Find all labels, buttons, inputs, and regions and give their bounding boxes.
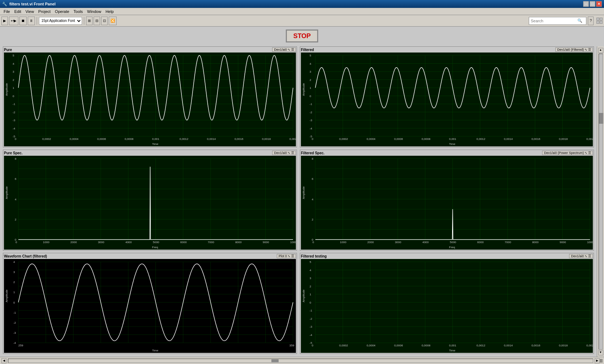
- chart-filtered-canvas: [301, 53, 593, 146]
- align-button[interactable]: ⊞: [86, 17, 93, 25]
- scroll-thumb[interactable]: [599, 113, 603, 124]
- chart-pure-canvas: [4, 53, 296, 146]
- menu-item-file[interactable]: File: [1, 9, 12, 14]
- window-title: filters test.vi Front Panel: [9, 2, 55, 6]
- status-bar: ◀ ▶ |||: [0, 357, 604, 364]
- menu-item-project[interactable]: Project: [36, 9, 53, 14]
- chart-waveform: Waveform Chart (filtered) Plot 0 ∿ ☰: [3, 253, 297, 354]
- chart-filtered-testing-canvas: [301, 259, 593, 353]
- chart-filtered: Filtered Dev1/ai0 (Filtered) ∿ ☰: [300, 46, 594, 147]
- chart-pure-spec-title: Pure Spec.: [4, 151, 23, 155]
- chart-pure-badge: Dev1/ai0 ∿ ☰: [272, 47, 296, 52]
- scroll-down-btn[interactable]: ▼: [598, 350, 603, 355]
- chart-filtered-title: Filtered: [301, 48, 314, 52]
- pause-button[interactable]: ⏸: [28, 17, 35, 25]
- chart-pure-spec: Pure Spec. Dev1/ai0 ∿ ☰: [3, 150, 297, 251]
- chart-filtered-spec-badge: Dev1/ai0 (Power Spectrum) ∿ ☰: [542, 151, 593, 155]
- reorder-button[interactable]: 🔀: [109, 17, 117, 25]
- menu-item-help[interactable]: Help: [103, 9, 116, 14]
- chart-filtered-testing-title: Filtered testing: [301, 254, 327, 258]
- chart-waveform-canvas: [4, 259, 296, 353]
- chart-filtered-badge: Dev1/ai0 (Filtered) ∿ ☰: [555, 47, 593, 52]
- run-continuously-button[interactable]: ↩▶: [9, 17, 18, 25]
- resize-button[interactable]: ⊡: [101, 17, 108, 25]
- search-area: 🔍: [529, 17, 586, 25]
- stop-button[interactable]: STOP: [286, 29, 318, 42]
- close-button[interactable]: ✕: [596, 1, 602, 7]
- chart-filtered-spec-title: Filtered Spec.: [301, 151, 325, 155]
- chart-filtered-spec-canvas: [301, 156, 593, 250]
- menu-item-window[interactable]: Window: [85, 9, 103, 14]
- chart-filtered-testing: Filtered testing Dev1/ai0 ∿ ☰: [300, 253, 594, 354]
- search-input[interactable]: [531, 19, 577, 23]
- title-bar: 🔧 filters test.vi Front Panel ─ □ ✕: [0, 0, 604, 8]
- menu-item-operate[interactable]: Operate: [53, 9, 72, 14]
- chart-pure-spec-canvas: [4, 156, 296, 250]
- toolbar: ▶ ↩▶ ⏹ ⏸ 15pt Application Font ⊞ ⊟ ⊡ 🔀 🔍…: [0, 15, 604, 27]
- chart-waveform-badge: Plot 0 ∿ ☰: [277, 254, 296, 258]
- chart-pure-spec-badge: Dev1/ai0 ∿ ☰: [272, 151, 296, 155]
- title-bar-controls: ─ □ ✕: [583, 1, 602, 7]
- status-text: |||: [600, 359, 603, 363]
- chart-filtered-testing-badge: Dev1/ai0 ∿ ☰: [569, 254, 593, 258]
- search-icon: 🔍: [577, 18, 582, 23]
- distribute-button[interactable]: ⊟: [94, 17, 100, 25]
- status-right-btn[interactable]: ▶: [595, 358, 600, 363]
- chart-row-3: Waveform Chart (filtered) Plot 0 ∿ ☰ Fil…: [3, 253, 594, 354]
- minimize-button[interactable]: ─: [583, 1, 589, 7]
- window-icon: 🔧: [2, 2, 7, 6]
- font-selector[interactable]: 15pt Application Font: [39, 17, 82, 25]
- scroll-up-btn[interactable]: ▲: [598, 48, 603, 53]
- chart-pure: Pure Dev1/ai0 ∿ ☰: [3, 46, 297, 147]
- scroll-track: [599, 54, 603, 350]
- menu-bar: FileEditViewProjectOperateToolsWindowHel…: [0, 8, 604, 15]
- horizontal-scrollbar[interactable]: [8, 359, 593, 363]
- abort-button[interactable]: ⏹: [19, 17, 27, 25]
- maximize-button[interactable]: □: [590, 1, 595, 7]
- menu-item-view[interactable]: View: [23, 9, 36, 14]
- menu-item-edit[interactable]: Edit: [12, 9, 23, 14]
- chart-row-2: Pure Spec. Dev1/ai0 ∿ ☰ Filtered Spec. D…: [3, 150, 594, 251]
- chart-pure-title: Pure: [4, 48, 12, 52]
- chart-filtered-spec: Filtered Spec. Dev1/ai0 (Power Spectrum)…: [300, 150, 594, 251]
- status-left-btn[interactable]: ◀: [1, 358, 6, 363]
- chart-row-1: Pure Dev1/ai0 ∿ ☰ Filtered Dev1/ai0 (Fil…: [3, 46, 594, 147]
- run-button[interactable]: ▶: [1, 17, 8, 25]
- chart-waveform-title: Waveform Chart (filtered): [4, 254, 47, 258]
- menu-item-tools[interactable]: Tools: [71, 9, 85, 14]
- help-button[interactable]: ?: [588, 17, 594, 25]
- right-panel-scroll: ▲ ▼: [597, 46, 604, 357]
